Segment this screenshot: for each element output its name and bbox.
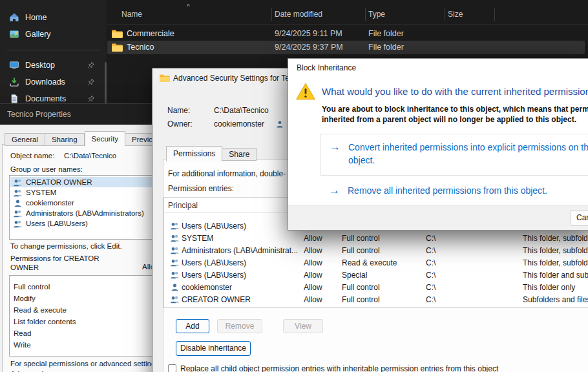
permission-item[interactable]: List folder contents [14,316,76,327]
permission-entries-label: Permission entries: [168,184,234,193]
group-icon [170,295,180,304]
permissions-for-label: Permissions for CREATOR OWNER [10,254,107,273]
name-value: C:\Data\Tecnico [214,106,269,115]
group-icon [170,234,180,242]
permission-item[interactable]: Full control [14,281,50,293]
permission-item[interactable]: Write [14,339,31,351]
documents-icon [9,94,19,104]
view-button[interactable]: View [283,319,323,333]
group-user-names-label: Group or user names: [10,165,83,173]
sidebar-item-home[interactable]: Home [4,9,101,26]
dialog-footer: Cancel [288,205,588,230]
column-header-principal[interactable]: Principal [168,201,198,210]
cell-access: Full control [342,246,380,255]
file-name: Tecnico [127,43,154,52]
file-row[interactable]: Commerciale 9/24/2025 9:11 PM File folde… [107,27,585,41]
pin-icon [87,95,95,103]
remove-button[interactable]: Remove [217,319,262,333]
file-type: File folder [368,43,404,52]
cell-inherited-from: C:\ [426,246,436,255]
info-note: For additional information, double- [168,169,286,178]
home-icon [9,12,19,23]
user-icon [170,283,180,291]
tab-permissions[interactable]: Permissions [166,146,222,161]
remove-permissions-command-link[interactable]: → Remove all inherited permissions from … [320,185,547,196]
tab-sharing[interactable]: Sharing [45,133,85,146]
cancel-button[interactable]: Cancel [571,210,588,226]
owner-label: Owner: [167,119,193,129]
cell-applies-to: This folder, subfolde... [523,246,588,255]
convert-permissions-command-link[interactable]: → Convert inherited permissions into exp… [320,134,588,176]
permission-entry-row[interactable]: Administrators (LAB\Administrat... Allow… [165,244,588,256]
column-header-name[interactable]: Name [121,10,142,19]
sidebar-scrollbar[interactable] [105,62,107,108]
permission-entry-row[interactable]: Users (LAB\Users) Allow Read & execute C… [165,256,588,269]
cell-principal: Users (LAB\Users) [182,222,246,231]
permission-entry-row[interactable]: cookiemonster Allow Full control C:\ Thi… [165,281,588,293]
cell-applies-to: This folder, subfolde... [523,258,588,267]
arrow-icon: → [329,184,340,197]
desktop-icon [9,60,19,70]
cell-principal: Administrators (LAB\Administrat... [182,246,298,255]
command-link-text: Convert inherited permissions into expli… [348,142,588,165]
column-header-type[interactable]: Type [368,10,385,19]
folder-icon [159,74,171,83]
permission-item[interactable]: Modify [14,293,36,304]
group-icon [13,189,23,197]
permission-entry-row[interactable]: Users (LAB\Users) Allow Special C:\ This… [165,269,588,281]
group-name: Users (LAB\Users) [26,220,88,227]
group-name: CREATOR OWNER [26,178,92,186]
tab-share[interactable]: Share [222,148,257,161]
column-header-size[interactable]: Size [448,10,463,19]
add-button[interactable]: Add [176,319,209,333]
column-header-date-modified[interactable]: Date modified [275,10,322,19]
sidebar-divider [6,50,101,50]
tab-general[interactable]: General [5,133,45,146]
permission-entry-row[interactable]: CREATOR OWNER Allow Full control C:\ Sub… [165,293,588,305]
group-name: SYSTEM [26,189,56,196]
cell-type: Allow [304,258,322,267]
sidebar-item-label: Documents [25,94,66,103]
group-icon [170,222,180,230]
body-text-line2: inherited from a parent object will no l… [322,115,576,124]
sidebar-item-gallery[interactable]: Gallery [4,26,101,43]
group-name: cookiemonster [26,199,74,207]
permission-entry-row[interactable]: SYSTEM Allow Full control C:\ This folde… [165,232,588,244]
edit-note: To change permissions, click Edit. [10,242,122,250]
column-resize-handle[interactable] [271,8,272,21]
sidebar-item-downloads[interactable]: Downloads [4,74,101,90]
cell-inherited-from: C:\ [426,258,436,267]
name-label: Name: [167,106,190,115]
block-inheritance-dialog: Block Inheritance What would you like to… [288,58,588,231]
sidebar-item-desktop[interactable]: Desktop [4,57,101,74]
column-resize-handle[interactable] [365,8,366,21]
cell-principal: CREATOR OWNER [182,295,251,304]
disable-inheritance-button[interactable]: Disable inheritance [176,341,251,356]
tab-security[interactable]: Security [85,131,126,147]
command-link-text: Remove all inherited permissions from th… [348,185,547,196]
file-row-selected[interactable]: Tecnico 9/24/2025 9:37 PM File folder [107,41,585,54]
group-icon [13,209,23,218]
group-icon [170,246,180,254]
downloads-icon [9,77,19,87]
group-icon [13,178,23,187]
column-resize-handle[interactable] [494,8,495,21]
group-icon [170,258,180,267]
cell-inherited-from: C:\ [426,283,436,292]
column-resize-handle[interactable] [445,8,445,21]
cell-applies-to: This folder and subf... [523,271,588,280]
cell-type: Allow [304,295,322,304]
cell-access: Full control [342,295,380,304]
replace-permissions-checkbox[interactable] [168,364,176,372]
cell-type: Allow [304,283,322,292]
permission-item[interactable]: Read & execute [14,304,67,316]
warning-icon [295,82,316,101]
folder-icon [111,29,123,39]
owner-user-icon [275,120,284,130]
permission-item[interactable]: Read [14,327,32,339]
replace-permissions-label: Replace all child object permission entr… [180,364,498,372]
cell-principal: Users (LAB\Users) [182,258,246,267]
group-name: Administrators (LAB\Administrators) [26,209,144,217]
advanced-tabs: Permissions Share [166,146,257,161]
header-divider [107,24,588,25]
